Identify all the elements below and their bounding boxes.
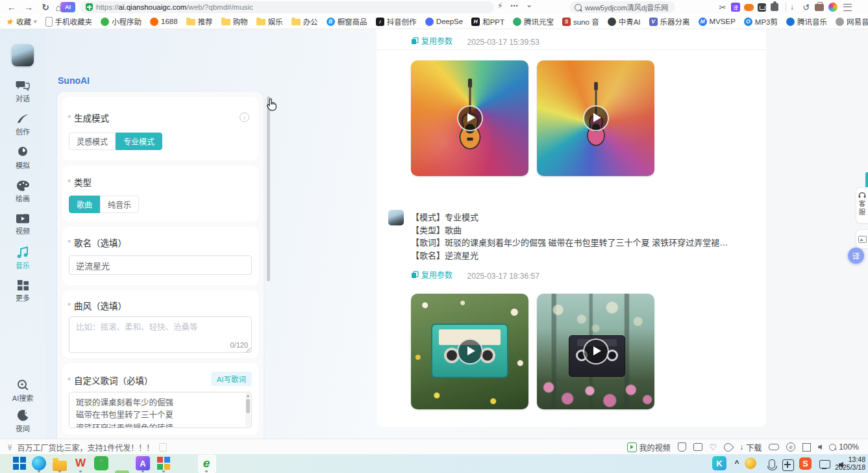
- extensions-icon[interactable]: [769, 2, 780, 12]
- security-button[interactable]: [678, 442, 686, 452]
- reuse-params-link[interactable]: 复用参数: [411, 269, 453, 280]
- bookmark-favorites[interactable]: 收藏▾: [5, 16, 37, 27]
- tray-speedball-icon[interactable]: [745, 457, 756, 469]
- tray-sogou-icon[interactable]: [799, 457, 812, 470]
- play-button[interactable]: [583, 339, 609, 364]
- bookmark-folder[interactable]: 办公: [291, 16, 318, 27]
- mode-option-professional[interactable]: 专业模式: [116, 133, 162, 150]
- ai-write-lyrics-button[interactable]: AI写歌词: [211, 372, 252, 386]
- taskbar-ie-icon[interactable]: [199, 456, 214, 470]
- translate-float-button[interactable]: 译: [848, 248, 864, 264]
- panel-scrollbar[interactable]: [267, 96, 270, 281]
- taskbar-explorer-icon[interactable]: [53, 456, 67, 470]
- forward-icon[interactable]: [22, 1, 35, 14]
- reuse-params-link[interactable]: 复用参数: [411, 35, 453, 46]
- tray-network-icon[interactable]: [818, 456, 832, 470]
- more-options-icon[interactable]: [510, 1, 518, 10]
- quick-action-icon[interactable]: [497, 1, 502, 10]
- sidebar-item-draw[interactable]: 绘画: [0, 180, 45, 203]
- sidebar-item-more[interactable]: 更多: [0, 279, 45, 303]
- download-button[interactable]: 下载: [739, 442, 762, 453]
- reading-mode-icon[interactable]: [756, 2, 767, 12]
- album-art-guitar-1[interactable]: [411, 60, 528, 176]
- bookmark-item[interactable]: B橱窗商品: [327, 16, 367, 27]
- my-videos-button[interactable]: 我的视频: [627, 442, 671, 453]
- user-avatar[interactable]: [12, 44, 34, 66]
- mute-button[interactable]: [818, 444, 822, 450]
- ai-assistant-icon[interactable]: AI: [60, 2, 75, 12]
- bookmark-item[interactable]: 抖音创作: [376, 16, 417, 27]
- lyrics-scrollbar[interactable]: [245, 393, 251, 427]
- boost-button[interactable]: [724, 443, 732, 452]
- workspace-icon[interactable]: [813, 2, 825, 12]
- taskbar-clock[interactable]: 13:48 2025/3/18: [835, 456, 865, 471]
- bookmark-item[interactable]: Ssuno 音: [562, 16, 599, 27]
- start-button[interactable]: [12, 456, 27, 470]
- menu-icon[interactable]: [841, 2, 853, 12]
- info-icon[interactable]: i: [240, 112, 249, 122]
- profile-avatar-icon[interactable]: [827, 2, 839, 12]
- window-button[interactable]: [802, 443, 811, 452]
- bookmark-item[interactable]: 腾讯元宝: [513, 16, 554, 27]
- tray-microphone-icon[interactable]: [765, 456, 779, 470]
- taskbar-edge-icon[interactable]: [32, 456, 46, 470]
- bookmark-item[interactable]: MMVSEP: [699, 18, 736, 26]
- type-option-song[interactable]: 歌曲: [69, 196, 100, 213]
- collapse-chevron-icon[interactable]: [6, 444, 14, 450]
- bookmark-item[interactable]: DeepSe: [425, 18, 464, 26]
- play-button[interactable]: [457, 339, 483, 364]
- zoom-control[interactable]: 100%: [829, 442, 859, 452]
- bookmark-item[interactable]: 网易音乐: [836, 16, 868, 27]
- tray-input-method-icon[interactable]: [781, 456, 795, 470]
- browser-search-box[interactable]: www5ydjcom清风dj音乐网: [569, 1, 675, 13]
- sidebar-item-simulate[interactable]: 模拟: [0, 146, 45, 170]
- sidebar-item-create[interactable]: 创作: [0, 113, 45, 136]
- sidebar-item-night-mode[interactable]: 夜间: [0, 409, 45, 433]
- sidebar-item-ai-search[interactable]: AI搜索: [0, 379, 45, 403]
- bookmark-folder[interactable]: 娱乐: [256, 16, 283, 27]
- reload-icon[interactable]: [39, 1, 52, 14]
- favorite-button[interactable]: [710, 442, 717, 452]
- bookmark-item[interactable]: H和PPT: [471, 16, 504, 27]
- lyrics-textarea[interactable]: 斑驳的课桌刻着年少的倔强 磁带在书包里转了三十个夏 滚铁环穿过弄堂褪色的砖墙: [69, 392, 252, 428]
- back-icon[interactable]: [5, 1, 18, 14]
- bookmark-item[interactable]: 1688: [150, 18, 178, 26]
- bookmark-item[interactable]: 小程序助: [101, 16, 142, 27]
- bookmark-item[interactable]: 手机收藏夹: [45, 16, 93, 27]
- song-name-input[interactable]: [69, 255, 252, 275]
- games-icon[interactable]: [743, 2, 754, 12]
- history-icon[interactable]: [800, 2, 812, 12]
- collapse-icon[interactable]: [526, 0, 532, 9]
- play-button[interactable]: [457, 105, 483, 131]
- picture-tool-tab[interactable]: [856, 229, 868, 249]
- screenshot-icon[interactable]: [717, 2, 728, 12]
- bookmark-item[interactable]: V乐器分离: [649, 16, 690, 27]
- customer-service-tab[interactable]: 客服: [856, 187, 868, 224]
- address-bar[interactable]: https://ai.qianshouaigc.com/web/?qbmd#/m…: [80, 1, 494, 13]
- bookmark-item[interactable]: 腾讯音乐: [786, 16, 827, 27]
- bookmark-folder[interactable]: 购物: [221, 16, 248, 27]
- taskbar-ai-app-icon[interactable]: [136, 456, 150, 470]
- album-art-cassette-1[interactable]: [411, 294, 528, 409]
- taskbar-recorder-icon[interactable]: [115, 470, 129, 473]
- bookmark-item[interactable]: OMP3剪: [744, 16, 778, 27]
- style-textarea[interactable]: [69, 316, 252, 353]
- play-button[interactable]: [583, 105, 609, 131]
- sidebar-item-chat[interactable]: 对话: [0, 80, 45, 103]
- taskbar-wechat-icon[interactable]: [94, 456, 108, 470]
- resize-handle-icon[interactable]: [245, 348, 251, 353]
- album-art-cassette-2[interactable]: [537, 294, 654, 409]
- mode-option-inspiration[interactable]: 灵感模式: [69, 133, 116, 150]
- taskbar-wps-icon[interactable]: [73, 456, 88, 470]
- bookmark-item[interactable]: 中青AI: [608, 16, 641, 27]
- type-option-instrumental[interactable]: 纯音乐: [100, 196, 139, 213]
- snapshot-button[interactable]: [693, 443, 702, 451]
- sidebar-item-music[interactable]: 音乐: [0, 246, 45, 270]
- taskbar-app-grid-icon[interactable]: [156, 456, 171, 470]
- tray-kuaishou-icon[interactable]: [712, 456, 726, 470]
- bookmark-folder[interactable]: 推荐: [186, 16, 213, 27]
- album-art-guitar-2[interactable]: [537, 60, 654, 176]
- translate-extension-icon[interactable]: 译: [730, 2, 741, 12]
- sidebar-item-video[interactable]: 视频: [0, 213, 45, 236]
- downloads-icon[interactable]: [786, 2, 798, 12]
